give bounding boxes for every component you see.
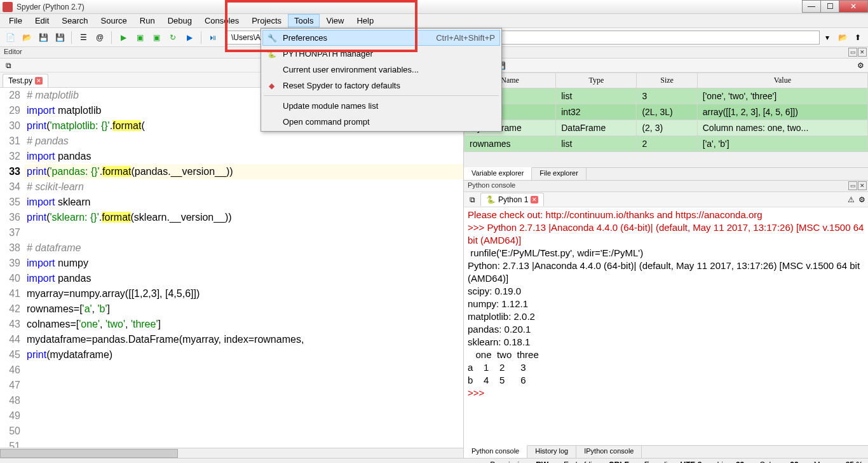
status-encoding: Encoding: UTF-8 bbox=[644, 460, 702, 464]
menu-shortcut: Ctrl+Alt+Shift+P bbox=[436, 33, 495, 43]
menu-projects[interactable]: Projects bbox=[245, 14, 288, 27]
varexp-bottom-tabs: Variable explorerFile explorer bbox=[464, 167, 868, 180]
menu-help[interactable]: Help bbox=[350, 14, 380, 27]
pane-undock-button[interactable]: ▭ bbox=[848, 181, 857, 190]
console-tab-python1[interactable]: 🐍 Python 1 ✕ bbox=[480, 193, 544, 206]
menu-env-vars[interactable]: Current user environment variables... bbox=[262, 62, 500, 78]
pane-close-button[interactable]: ✕ bbox=[858, 181, 867, 190]
menu-edit[interactable]: Edit bbox=[29, 14, 55, 27]
toolbar-sep bbox=[71, 31, 72, 44]
status-permissions: Permissions: RW bbox=[490, 460, 548, 464]
dir-dropdown-button[interactable]: ▾ bbox=[820, 30, 835, 45]
variable-table[interactable]: NameTypeSizeValueameslist3['one', 'two',… bbox=[464, 73, 868, 167]
run-cell-advance-button[interactable]: ▣ bbox=[149, 30, 164, 45]
console-output[interactable]: Please check out: http://continuum.io/th… bbox=[464, 207, 868, 445]
python-icon: 🐍 bbox=[266, 49, 276, 59]
close-tab-icon[interactable]: ✕ bbox=[531, 196, 538, 204]
new-file-button[interactable]: 📄 bbox=[3, 30, 18, 45]
menu-open-cmd[interactable]: Open command prompt bbox=[262, 114, 500, 130]
menu-reset-spyder[interactable]: ◆ Reset Spyder to factory defaults bbox=[262, 78, 500, 93]
close-button[interactable]: ✕ bbox=[839, 0, 868, 13]
varexp-pane-title: explorer ▭✕ bbox=[464, 47, 868, 59]
tab-file-explorer[interactable]: File explorer bbox=[532, 168, 587, 180]
menu-separator bbox=[264, 95, 499, 96]
menu-pythonpath[interactable]: 🐍 PYTHONPATH manager bbox=[262, 46, 500, 62]
editor-browse-button[interactable]: ⧉ bbox=[3, 60, 14, 71]
menu-debug[interactable]: Debug bbox=[161, 14, 198, 27]
toolbar-sep bbox=[201, 31, 201, 44]
menu-search[interactable]: Search bbox=[55, 14, 94, 27]
console-tab-label: Python 1 bbox=[498, 195, 528, 204]
menu-view[interactable]: View bbox=[320, 14, 350, 27]
spyder-icon: ◆ bbox=[266, 81, 276, 91]
console-title-label: Python console bbox=[468, 181, 515, 189]
wrench-icon: 🔧 bbox=[267, 33, 277, 43]
status-memory: Memory: 85 % bbox=[814, 460, 863, 464]
step-button[interactable]: ⏯ bbox=[205, 30, 220, 45]
status-column: Column: 22 bbox=[759, 460, 798, 464]
toolbar-sep bbox=[111, 31, 112, 44]
list-button[interactable]: ☰ bbox=[76, 30, 91, 45]
python-icon: 🐍 bbox=[486, 195, 496, 204]
browse-dir-button[interactable]: 📂 bbox=[835, 30, 850, 45]
window-title: Spyder (Python 2.7) bbox=[17, 3, 85, 11]
menu-update-modules[interactable]: Update module names list bbox=[262, 98, 500, 114]
menu-run[interactable]: Run bbox=[133, 14, 161, 27]
pane-undock-button[interactable]: ▭ bbox=[848, 48, 857, 57]
statusbar: Permissions: RW End-of-lines: CRLF Encod… bbox=[0, 458, 868, 463]
tab-ipython-console[interactable]: IPython console bbox=[576, 446, 642, 458]
status-eol: End-of-lines: CRLF bbox=[564, 460, 629, 464]
tab-python-console[interactable]: Python console bbox=[464, 445, 527, 458]
settings-icon[interactable]: ⚙ bbox=[857, 61, 864, 70]
run-selection-button[interactable]: ↻ bbox=[165, 30, 180, 45]
tools-menu-dropdown: 🔧 Preferences Ctrl+Alt+Shift+P 🐍 PYTHONP… bbox=[261, 28, 502, 132]
editor-hscrollbar[interactable] bbox=[0, 448, 463, 458]
status-line: Line: 33 bbox=[717, 460, 745, 464]
maximize-button[interactable]: ☐ bbox=[820, 0, 839, 13]
editor-tab-label: Test.py bbox=[8, 76, 32, 85]
menu-tools[interactable]: Tools bbox=[288, 14, 320, 27]
menubar: FileEditSearchSourceRunDebugConsolesProj… bbox=[0, 14, 868, 28]
debug-button[interactable]: ▶ bbox=[182, 30, 197, 45]
console-pane-title: Python console ▭✕ bbox=[464, 181, 868, 192]
open-file-button[interactable]: 📂 bbox=[19, 30, 34, 45]
console-settings-icon[interactable]: ⚙ bbox=[858, 195, 865, 204]
window-titlebar: Spyder (Python 2.7) — ☐ ✕ bbox=[0, 0, 868, 14]
menu-file[interactable]: File bbox=[3, 14, 29, 27]
run-cell-button[interactable]: ▣ bbox=[132, 30, 147, 45]
console-browse-button[interactable]: ⧉ bbox=[466, 194, 478, 205]
warning-icon[interactable]: ⚠ bbox=[848, 195, 855, 204]
minimize-button[interactable]: — bbox=[802, 0, 821, 13]
function-button[interactable]: @ bbox=[92, 30, 107, 45]
editor-title-label: Editor bbox=[4, 48, 22, 55]
close-tab-icon[interactable]: ✕ bbox=[35, 77, 43, 85]
code-editor[interactable]: 28# matplotlib29import matplotlib30print… bbox=[0, 88, 463, 448]
save-all-button[interactable]: 💾 bbox=[52, 30, 67, 45]
menu-source[interactable]: Source bbox=[95, 14, 133, 27]
tab-variable-explorer[interactable]: Variable explorer bbox=[464, 167, 532, 180]
menu-preferences[interactable]: 🔧 Preferences Ctrl+Alt+Shift+P bbox=[262, 30, 500, 46]
run-button[interactable]: ▶ bbox=[116, 30, 131, 45]
console-tabs: ⧉ 🐍 Python 1 ✕ ⚠ ⚙ bbox=[464, 192, 868, 207]
console-bottom-tabs: Python consoleHistory logIPython console bbox=[464, 445, 868, 458]
save-button[interactable]: 💾 bbox=[36, 30, 51, 45]
varexp-toolbar: ⬇ 💾 💾 ⚙ bbox=[464, 59, 868, 73]
menu-consoles[interactable]: Consoles bbox=[198, 14, 245, 27]
spyder-app-icon bbox=[3, 2, 13, 12]
tab-history-log[interactable]: History log bbox=[527, 446, 576, 458]
pane-close-button[interactable]: ✕ bbox=[858, 48, 867, 57]
editor-tab-test[interactable]: Test.py ✕ bbox=[3, 74, 48, 87]
parent-dir-button[interactable]: ⬆ bbox=[850, 30, 865, 45]
